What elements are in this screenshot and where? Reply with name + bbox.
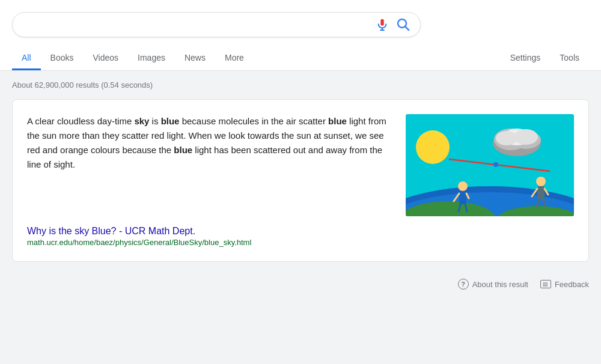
snippet-card: A clear cloudless day-time sky is blue b… — [12, 99, 589, 262]
mic-icon[interactable] — [376, 18, 389, 31]
search-input[interactable]: Why is the sky blue — [22, 19, 376, 31]
results-count: About 62,900,000 results (0.54 seconds) — [12, 80, 589, 89]
nav-right: Settings Tools — [501, 47, 589, 70]
tab-news[interactable]: News — [175, 47, 215, 70]
search-icon[interactable] — [396, 17, 410, 32]
svg-rect-26 — [537, 186, 545, 199]
tab-images[interactable]: Images — [128, 47, 175, 70]
tab-more[interactable]: More — [215, 47, 254, 70]
search-icons — [376, 17, 410, 32]
about-result-item[interactable]: ? About this result — [458, 279, 528, 290]
snippet-content: A clear cloudless day-time sky is blue b… — [27, 114, 574, 216]
feedback-icon: ▤ — [540, 280, 551, 288]
tab-settings[interactable]: Settings — [501, 47, 551, 70]
nav-tabs: All Books Videos Images News More Settin… — [12, 44, 589, 70]
search-bar-row: Why is the sky blue — [12, 7, 589, 44]
svg-point-16 — [514, 129, 538, 145]
header: Why is the sky blue All Books Videos — [0, 0, 601, 71]
svg-rect-0 — [380, 19, 384, 26]
svg-point-19 — [458, 181, 468, 191]
snippet-title-link[interactable]: Why is the sky Blue? - UCR Math Dept. — [27, 226, 195, 236]
svg-point-18 — [493, 162, 498, 167]
svg-rect-20 — [459, 191, 466, 204]
about-icon: ? — [458, 279, 469, 290]
snippet-text: A clear cloudless day-time sky is blue b… — [27, 114, 391, 172]
snippet-link: Why is the sky Blue? - UCR Math Dept. ma… — [27, 226, 574, 247]
svg-point-25 — [536, 177, 546, 186]
footer-bar: ? About this result ▤ Feedback — [0, 271, 601, 297]
snippet-image — [406, 114, 574, 216]
tab-videos[interactable]: Videos — [83, 47, 128, 70]
feedback-label: Feedback — [555, 280, 589, 289]
tab-all[interactable]: All — [12, 47, 41, 70]
about-label: About this result — [472, 280, 528, 289]
search-box: Why is the sky blue — [12, 12, 421, 37]
snippet-url: math.ucr.edu/home/baez/physics/General/B… — [27, 238, 574, 247]
main-content: About 62,900,000 results (0.54 seconds) … — [0, 71, 601, 271]
tab-books[interactable]: Books — [41, 47, 84, 70]
feedback-item[interactable]: ▤ Feedback — [540, 280, 589, 289]
tab-tools[interactable]: Tools — [550, 47, 589, 70]
svg-line-4 — [406, 27, 409, 31]
svg-point-10 — [416, 130, 450, 164]
